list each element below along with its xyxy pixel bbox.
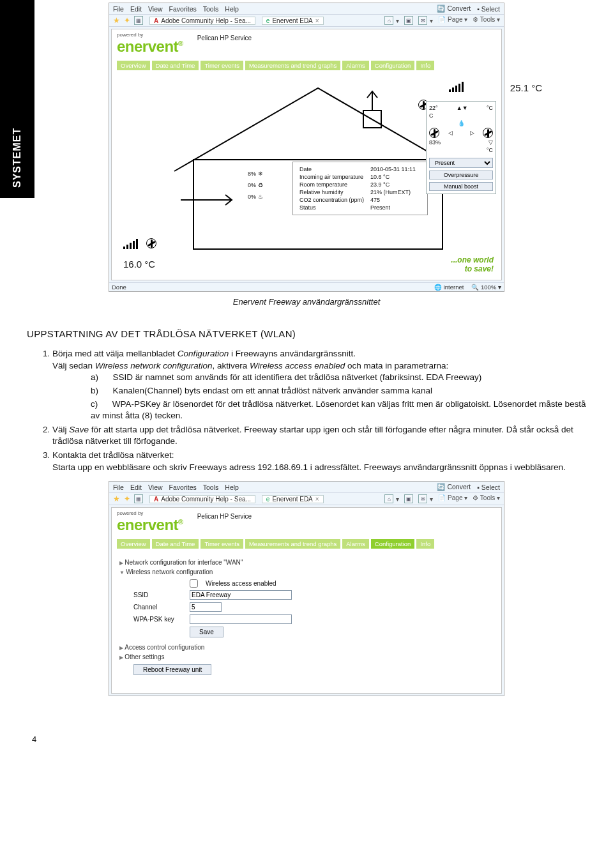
tab-timer-events[interactable]: Timer events — [201, 61, 243, 70]
favorites-star-icon[interactable]: ★ — [113, 494, 120, 503]
tab-alarms[interactable]: Alarms — [342, 539, 369, 549]
service-title: Pelican HP Service — [197, 510, 252, 520]
reboot-button[interactable]: Reboot Freeway unit — [133, 664, 211, 675]
add-favorite-icon[interactable]: ✦ — [124, 16, 130, 25]
menu-file[interactable]: File — [113, 483, 124, 491]
substep-b: b) Kanalen(Channel) byts endast om ett a… — [91, 385, 586, 397]
enervent-logo: enervent® — [117, 516, 183, 534]
tab-measurements[interactable]: Measurements and trend graphs — [245, 539, 340, 549]
favorites-star-icon[interactable]: ★ — [113, 16, 120, 25]
tools-menu[interactable]: ⚙ Tools ▾ — [473, 494, 500, 503]
wireless-enabled-checkbox[interactable] — [190, 579, 198, 588]
menu-favorites[interactable]: Favorites — [169, 483, 197, 491]
setpoint-temp: 22° — [429, 105, 438, 111]
step-3: Kontakta det trådlösa nätverket: Starta … — [52, 450, 586, 473]
menu-view[interactable]: View — [148, 483, 163, 491]
fan-icon — [483, 128, 493, 138]
section-other[interactable]: Other settings — [119, 652, 494, 662]
powered-by-label: powered by — [117, 32, 183, 38]
wpa-input[interactable] — [190, 614, 292, 624]
menu-edit[interactable]: Edit — [130, 483, 142, 491]
channel-input[interactable] — [190, 602, 222, 612]
menu-help[interactable]: Help — [225, 483, 239, 491]
favicon-icon: e — [266, 17, 270, 24]
zoom-level[interactable]: 🔍 100% ▾ — [471, 284, 501, 291]
intake-temperature: 16.0 °C — [123, 259, 155, 270]
page-menu[interactable]: 📄 Page ▾ — [438, 16, 467, 25]
tools-menu[interactable]: ⚙ Tools ▾ — [473, 16, 500, 25]
tab-info[interactable]: Info — [416, 61, 434, 70]
wireless-enabled-label: Wireless access enabled — [206, 580, 276, 587]
overpressure-button[interactable]: Overpressure — [429, 171, 493, 179]
menu-view[interactable]: View — [148, 5, 163, 13]
tab-timer-events[interactable]: Timer events — [201, 539, 243, 549]
tab-overview[interactable]: Overview — [117, 539, 150, 549]
save-button[interactable]: Save — [190, 627, 223, 637]
tab-bar: ★ ✦ ▦ AAdobe Community Help - Sea... eEn… — [109, 493, 504, 505]
figure-caption: Enervent Freeway användargränssnittet — [0, 297, 613, 307]
menu-tools[interactable]: Tools — [203, 483, 219, 491]
tab-date-time[interactable]: Date and Time — [152, 539, 199, 549]
down-arrow-icon[interactable]: ▽ — [488, 139, 493, 146]
menu-favorites[interactable]: Favorites — [169, 5, 197, 13]
tab-enervent-eda[interactable]: eEnervent EDA× — [262, 495, 324, 503]
tab-adobe-help[interactable]: AAdobe Community Help - Sea... — [149, 17, 255, 25]
tab-alarms[interactable]: Alarms — [342, 61, 369, 70]
tab-date-time[interactable]: Date and Time — [152, 61, 199, 70]
step-1: Börja med att välja mellanbladet Configu… — [52, 348, 586, 422]
menu-edit[interactable]: Edit — [130, 5, 142, 13]
substep-a: a) SSID är namnet som används för att id… — [91, 372, 586, 384]
step-2: Välj Save för att starta upp det trådlös… — [52, 424, 586, 448]
droplet-icon: 💧 — [458, 120, 465, 126]
page-number: 4 — [32, 735, 613, 744]
browser-window-overview: File Edit View Favorites Tools Help 🔄 Co… — [109, 3, 504, 292]
signal-icon — [449, 80, 467, 92]
section-access-control[interactable]: Access control configuration — [119, 643, 494, 652]
add-favorite-icon[interactable]: ✦ — [124, 494, 130, 503]
adobe-icon: A — [154, 496, 158, 503]
select-button[interactable]: ▪ Select — [477, 5, 500, 13]
tab-adobe-help[interactable]: AAdobe Community Help - Sea... — [149, 495, 255, 503]
menu-tools[interactable]: Tools — [203, 5, 219, 13]
spinner-icon[interactable]: ▲▼ — [457, 105, 468, 111]
control-panel: 22°▲▼°C C 💧 ◁▷ 83%▽ °C Present Overpress… — [426, 101, 496, 194]
quick-tabs-icon[interactable]: ▦ — [134, 494, 143, 503]
left-arrow-icon[interactable]: ◁ — [448, 130, 453, 136]
home-icon[interactable]: ⌂ — [384, 16, 393, 25]
zone-internet: 🌐 Internet — [434, 284, 464, 291]
tab-overview[interactable]: Overview — [117, 61, 150, 70]
feed-icon[interactable]: ▣ — [404, 494, 413, 503]
tab-measurements[interactable]: Measurements and trend graphs — [245, 61, 340, 70]
close-tab-icon[interactable]: × — [315, 496, 319, 503]
section-heading: UPPSTARTNING AV DET TRÅDLÖSA NÄTVERKET (… — [27, 328, 586, 339]
manual-boost-button[interactable]: Manual boost — [429, 182, 493, 191]
powered-by-label: powered by — [117, 510, 183, 516]
home-icon[interactable]: ⌂ — [384, 494, 393, 503]
status-bar: Done 🌐 Internet 🔍 100% ▾ — [109, 282, 504, 291]
document-body: UPPSTARTNING AV DET TRÅDLÖSA NÄTVERKET (… — [27, 328, 586, 473]
nav-tabs: Overview Date and Time Timer events Meas… — [112, 56, 501, 75]
slogan: ...one world to save! — [451, 255, 494, 273]
right-arrow-icon[interactable]: ▷ — [470, 130, 474, 136]
select-button[interactable]: ▪ Select — [477, 483, 500, 491]
tab-configuration-active[interactable]: Configuration — [371, 539, 415, 549]
section-wlan[interactable]: Wireless network configuration — [119, 567, 494, 577]
section-wan[interactable]: Network configuration for interface "WAN… — [119, 558, 494, 567]
menu-file[interactable]: File — [113, 5, 124, 13]
mail-icon[interactable]: ✉ — [418, 16, 427, 25]
quick-tabs-icon[interactable]: ▦ — [134, 16, 143, 25]
tab-configuration[interactable]: Configuration — [371, 61, 415, 70]
convert-button[interactable]: 🔄 Convert — [437, 4, 471, 13]
tab-enervent-eda[interactable]: eEnervent EDA× — [262, 17, 324, 25]
page-menu[interactable]: 📄 Page ▾ — [438, 494, 467, 503]
tab-info[interactable]: Info — [416, 539, 434, 549]
convert-button[interactable]: 🔄 Convert — [437, 483, 471, 491]
feed-icon[interactable]: ▣ — [404, 16, 413, 25]
ssid-input[interactable] — [190, 590, 292, 600]
mode-select[interactable]: Present — [429, 158, 493, 168]
close-tab-icon[interactable]: × — [315, 17, 319, 24]
mail-icon[interactable]: ✉ — [418, 494, 427, 503]
menu-help[interactable]: Help — [225, 5, 239, 13]
favicon-icon: e — [266, 496, 270, 503]
tab-bar: ★ ✦ ▦ AAdobe Community Help - Sea... eEn… — [109, 15, 504, 27]
